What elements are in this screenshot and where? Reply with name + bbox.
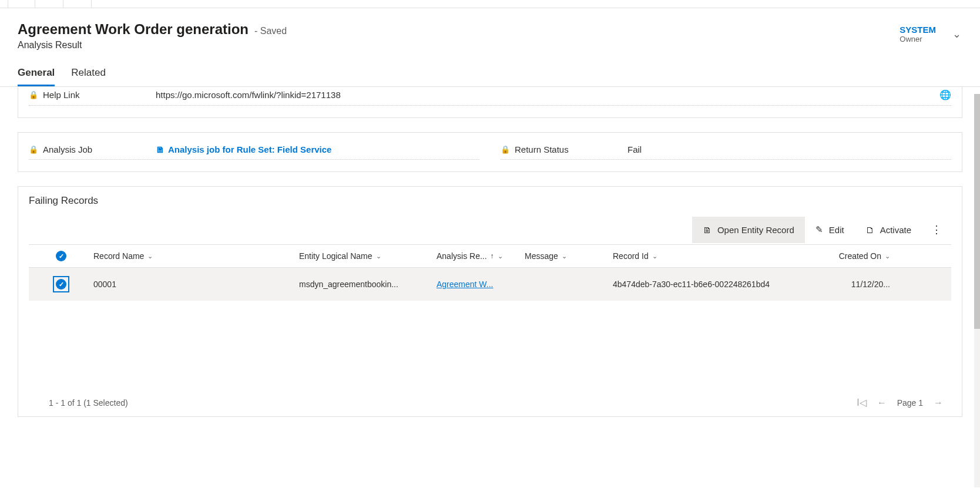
col-header-record-name[interactable]: Record Name ⌄ (93, 251, 299, 261)
select-all-checkbox[interactable]: ✓ (56, 251, 66, 261)
table-row[interactable]: ✓ 00001 msdyn_agreementbookin... Agreeme… (29, 268, 951, 301)
chevron-down-icon[interactable]: ⌄ (952, 28, 961, 41)
pencil-icon: ✎ (815, 224, 823, 235)
edit-button[interactable]: ✎ Edit (805, 216, 855, 243)
activate-label: Activate (880, 225, 911, 235)
field-value-helplink: https://go.microsoft.com/fwlink/?linkid=… (156, 90, 939, 100)
lock-icon: 🔒 (501, 145, 510, 154)
grid-header-row: ✓ Record Name ⌄ Entity Logical Name ⌄ An… (29, 245, 951, 268)
field-label-returnstatus: Return Status (515, 144, 569, 154)
field-label-analysisjob: Analysis Job (43, 144, 92, 154)
tabs-bar: General Related (18, 67, 287, 86)
owner-label: Owner (900, 35, 936, 43)
owner-value: SYSTEM (900, 25, 936, 35)
col-entity-label: Entity Logical Name (299, 251, 372, 261)
chevron-down-icon: ⌄ (652, 253, 657, 260)
chevron-down-icon: ⌄ (147, 253, 153, 260)
next-page-button[interactable]: → (934, 398, 943, 408)
field-value-returnstatus: Fail (627, 144, 951, 154)
grid-footer-count: 1 - 1 of 1 (1 Selected) (49, 398, 128, 408)
page-label: Page 1 (897, 398, 923, 408)
save-state: - Saved (254, 26, 287, 36)
col-header-record-id[interactable]: Record Id ⌄ (613, 251, 820, 261)
lock-icon: 🔒 (29, 145, 38, 154)
panel-helplink: 🔒 Help Link https://go.microsoft.com/fwl… (18, 87, 962, 118)
field-value-analysisjob-link[interactable]: 🗎 Analysis job for Rule Set: Field Servi… (156, 144, 479, 154)
first-page-button[interactable]: I◁ (857, 397, 866, 408)
scrollbar[interactable] (974, 94, 980, 487)
panel-analysis: 🔒 Analysis Job 🗎 Analysis job for Rule S… (18, 132, 962, 172)
tab-related[interactable]: Related (71, 67, 106, 86)
ribbon-stub (0, 0, 980, 8)
open-entity-record-label: Open Entity Record (717, 225, 794, 235)
col-analysis-label: Analysis Re... (437, 251, 487, 261)
field-label-helplink: Help Link (43, 90, 80, 100)
col-header-created-on[interactable]: Created On ⌄ (820, 251, 890, 261)
chevron-down-icon: ⌄ (376, 253, 381, 260)
owner-block[interactable]: SYSTEM Owner (900, 25, 936, 43)
col-message-label: Message (525, 251, 558, 261)
document-icon: 🗎 (156, 144, 165, 154)
section-title-failing: Failing Records (29, 190, 951, 207)
analysis-job-text: Analysis job for Rule Set: Field Service (168, 144, 331, 154)
more-commands-button[interactable]: ⋮ (922, 215, 951, 244)
page-title: Agreement Work Order generation (18, 21, 249, 38)
col-created-label: Created On (839, 251, 881, 261)
col-record-name-label: Record Name (93, 251, 144, 261)
cell-record-name: 00001 (93, 280, 299, 289)
page-icon: 🗋 (865, 225, 874, 235)
col-header-message[interactable]: Message ⌄ (525, 251, 613, 261)
document-icon: 🗎 (703, 225, 711, 235)
grid-command-bar: 🗎 Open Entity Record ✎ Edit 🗋 Activate ⋮ (29, 215, 951, 245)
cell-created-on: 11/12/20... (820, 280, 890, 289)
col-recordid-label: Record Id (613, 251, 649, 261)
cell-record-id: 4b474deb-7a30-ec11-b6e6-002248261bd4 (613, 280, 820, 289)
open-entity-record-button[interactable]: 🗎 Open Entity Record (692, 217, 805, 243)
prev-page-button[interactable]: ← (877, 398, 887, 408)
pager: I◁ ← Page 1 → (857, 397, 943, 408)
form-header: Agreement Work Order generation - Saved … (0, 8, 980, 87)
chevron-down-icon: ⌄ (562, 253, 567, 260)
lock-icon: 🔒 (29, 90, 38, 99)
edit-label: Edit (829, 225, 844, 235)
cell-analysis-link[interactable]: Agreement W... (437, 280, 525, 289)
arrow-up-icon: ↑ (491, 252, 494, 260)
col-header-entity-logical[interactable]: Entity Logical Name ⌄ (299, 251, 437, 261)
globe-icon[interactable]: 🌐 (939, 89, 951, 100)
chevron-down-icon: ⌄ (885, 253, 890, 260)
col-header-analysis[interactable]: Analysis Re... ↑ ⌄ (437, 251, 525, 261)
cell-entity-logical: msdyn_agreementbookin... (299, 280, 437, 289)
entity-type: Analysis Result (18, 40, 287, 51)
tab-general[interactable]: General (18, 67, 55, 86)
scrollbar-thumb[interactable] (974, 94, 980, 329)
chevron-down-icon: ⌄ (498, 253, 503, 260)
activate-button[interactable]: 🗋 Activate (855, 217, 922, 243)
panel-failing-records: Failing Records 🗎 Open Entity Record ✎ E… (18, 186, 962, 417)
row-checkbox[interactable]: ✓ (53, 276, 69, 292)
